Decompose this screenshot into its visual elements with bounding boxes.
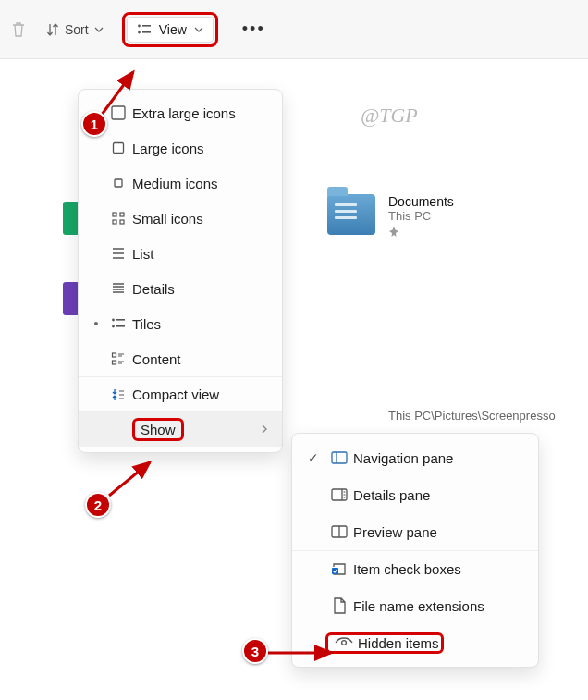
hidden-items-highlight: Hidden items	[325, 632, 444, 654]
svg-rect-9	[113, 220, 116, 224]
folder-icon	[327, 194, 375, 235]
svg-rect-12	[116, 319, 125, 321]
tile-name: Documents	[388, 194, 454, 209]
medium-icons-icon	[111, 176, 126, 190]
svg-rect-5	[114, 143, 124, 154]
chevron-down-icon	[194, 25, 203, 34]
sort-icon	[46, 22, 59, 37]
menu-item-small-icons[interactable]: Small icons	[79, 201, 282, 236]
submenu-item-file-name-extensions[interactable]: File name extensions	[292, 587, 538, 624]
menu-item-medium-icons[interactable]: Medium icons	[79, 166, 282, 201]
menu-item-large-icons[interactable]: Large icons	[79, 130, 282, 166]
annotation-arrow-3	[266, 644, 338, 662]
small-icons-icon	[111, 211, 126, 226]
annotation-arrow-2	[104, 457, 163, 499]
menu-item-list[interactable]: List	[79, 236, 282, 271]
tiles-icon	[111, 317, 126, 330]
view-label: View	[159, 22, 187, 37]
svg-rect-16	[113, 361, 116, 364]
large-icons-icon	[111, 141, 126, 155]
menu-item-compact-view[interactable]: Compact view	[79, 376, 282, 411]
sort-button[interactable]: Sort	[37, 17, 113, 43]
view-menu: Extra large icons Large icons Medium ico…	[78, 89, 283, 453]
details-icon	[111, 281, 126, 296]
show-highlight: Show	[132, 418, 184, 441]
view-icon	[137, 23, 152, 36]
annotation-badge-1: 1	[81, 111, 107, 137]
svg-rect-3	[142, 31, 151, 33]
svg-rect-15	[113, 353, 116, 357]
svg-point-13	[112, 325, 115, 328]
chevron-down-icon	[94, 25, 104, 34]
svg-rect-17	[332, 452, 347, 463]
submenu-item-navigation-pane[interactable]: ✓ Navigation pane	[292, 439, 538, 476]
menu-item-details[interactable]: Details	[79, 271, 282, 306]
command-bar: Sort View •••	[0, 0, 588, 59]
list-icon	[111, 246, 126, 261]
menu-item-tiles[interactable]: • Tiles	[79, 306, 282, 341]
preview-pane-icon	[331, 525, 348, 538]
pin-icon	[388, 227, 454, 240]
submenu-item-preview-pane[interactable]: Preview pane	[292, 513, 538, 550]
more-button[interactable]: •••	[242, 19, 265, 39]
svg-rect-6	[115, 179, 122, 187]
section-path: This PC\Pictures\Screenpresso	[388, 409, 556, 423]
file-extensions-icon	[333, 597, 347, 614]
tile-meta: Documents This PC	[388, 194, 454, 240]
view-button-highlight: View	[122, 12, 218, 47]
tile-location: This PC	[388, 209, 454, 223]
annotation-badge-3: 3	[242, 638, 268, 664]
details-pane-icon	[331, 488, 348, 501]
compact-view-icon	[111, 387, 126, 402]
svg-point-11	[112, 319, 115, 322]
view-button[interactable]: View	[127, 17, 214, 43]
svg-rect-8	[120, 213, 124, 216]
annotation-arrow-1	[96, 65, 152, 120]
content-icon	[111, 351, 126, 366]
selected-bullet-icon: •	[88, 316, 104, 331]
menu-item-show[interactable]: Show	[79, 411, 282, 447]
svg-point-0	[138, 24, 141, 27]
chevron-right-icon	[260, 423, 269, 437]
svg-rect-1	[142, 25, 151, 27]
navigation-pane-icon	[331, 451, 348, 464]
annotation-badge-2: 2	[85, 492, 111, 518]
watermark-text: @TGP	[361, 104, 418, 128]
trash-icon	[11, 21, 26, 38]
check-icon: ✓	[301, 450, 325, 465]
svg-point-24	[342, 641, 347, 645]
menu-item-content[interactable]: Content	[79, 341, 282, 376]
svg-point-2	[138, 31, 141, 33]
item-check-boxes-icon	[331, 562, 348, 577]
submenu-item-details-pane[interactable]: Details pane	[292, 476, 538, 513]
show-submenu: ✓ Navigation pane Details pane Preview p…	[291, 433, 539, 668]
sort-label: Sort	[65, 22, 89, 37]
delete-button[interactable]	[7, 16, 30, 43]
svg-rect-14	[116, 325, 125, 327]
submenu-item-item-check-boxes[interactable]: Item check boxes	[292, 550, 538, 587]
svg-rect-7	[113, 213, 116, 216]
svg-rect-10	[120, 220, 124, 224]
quick-access-tile[interactable]: Documents This PC	[327, 194, 454, 240]
